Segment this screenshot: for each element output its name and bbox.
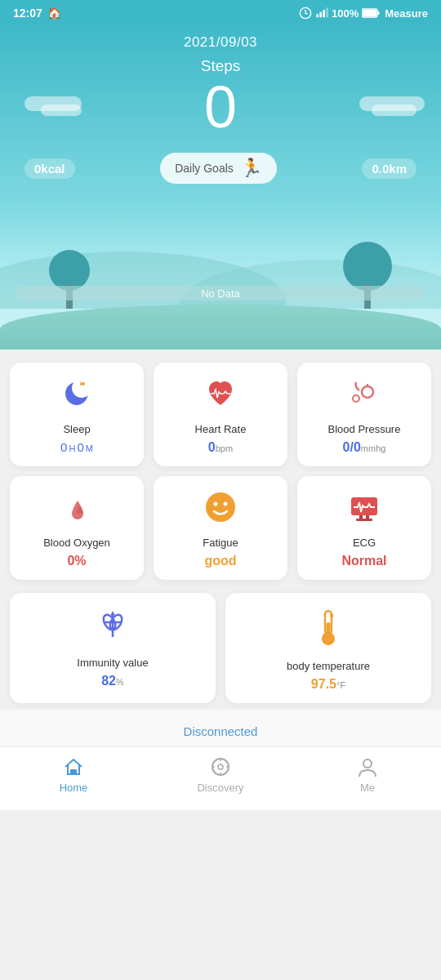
- immunity-value: 82%: [101, 674, 124, 688]
- daily-goals-button[interactable]: Daily Goals 🏃: [160, 153, 277, 184]
- blood-pressure-label: Blood Pressure: [328, 423, 401, 435]
- blood-oxygen-label: Blood Oxygen: [43, 537, 110, 549]
- status-left: 12:07 🏠: [13, 7, 61, 20]
- cloud-2: [41, 105, 82, 116]
- blood-oxygen-icon: [59, 489, 95, 530]
- blood-oxygen-value: 0%: [67, 554, 86, 568]
- svg-rect-20: [356, 519, 372, 521]
- hero-section: 2021/09/03 Steps 0 0kcal Daily Goals 🏃 0…: [0, 23, 441, 350]
- no-data-text: No Data: [201, 287, 240, 300]
- nav-discovery-label: Discovery: [197, 782, 243, 794]
- sleep-h-unit: H: [69, 443, 75, 453]
- status-bar: 12:07 🏠 100% Measure: [0, 0, 441, 23]
- svg-point-11: [362, 386, 373, 398]
- svg-rect-4: [326, 7, 328, 17]
- nav-home-label: Home: [60, 782, 88, 794]
- no-data-bar: No Data: [16, 286, 425, 301]
- blood-oxygen-card[interactable]: Blood Oxygen 0%: [10, 476, 144, 580]
- svg-point-31: [218, 764, 223, 769]
- heart-rate-icon: [203, 376, 238, 416]
- fatigue-card[interactable]: Fatigue good: [154, 476, 287, 580]
- immunity-label: Immunity value: [77, 657, 148, 669]
- heart-rate-label: Heart Rate: [195, 423, 247, 435]
- ecg-card[interactable]: ECG Normal: [297, 476, 431, 580]
- svg-point-13: [353, 395, 359, 402]
- fatigue-value: good: [204, 554, 236, 568]
- svg-rect-19: [366, 515, 369, 519]
- nav-me-label: Me: [360, 782, 375, 794]
- ecg-value: Normal: [341, 554, 386, 568]
- ecg-label: ECG: [353, 537, 376, 549]
- hero-date: 2021/09/03: [0, 23, 441, 51]
- sleep-card[interactable]: Sleep 0 H 0 M: [10, 363, 144, 466]
- nav-me[interactable]: Me: [294, 755, 441, 794]
- health-grid-row2: Immunity value 82% body temperature 97.5…: [0, 593, 441, 710]
- health-grid-row1: Sleep 0 H 0 M Heart Rate 0bpm: [0, 350, 441, 593]
- daily-goals-label: Daily Goals: [175, 162, 234, 175]
- nav-discovery[interactable]: Discovery: [147, 755, 294, 794]
- svg-rect-18: [359, 515, 363, 519]
- heart-rate-value: 0bpm: [208, 440, 233, 455]
- km-bubble: 0.0km: [362, 158, 416, 179]
- battery-icon: [362, 8, 380, 18]
- body-temp-card[interactable]: body temperature 97.5°F: [225, 593, 431, 703]
- svg-point-16: [224, 502, 228, 506]
- home-icon: [62, 755, 85, 778]
- svg-rect-6: [363, 10, 376, 16]
- heart-rate-card[interactable]: Heart Rate 0bpm: [154, 363, 287, 466]
- nav-home[interactable]: Home: [0, 755, 147, 794]
- fatigue-icon: [203, 489, 238, 530]
- status-right: 100% Measure: [299, 7, 428, 20]
- svg-point-15: [214, 502, 218, 506]
- clock-icon: [299, 7, 312, 20]
- svg-rect-7: [377, 11, 380, 15]
- kcal-bubble: 0kcal: [24, 158, 75, 179]
- blood-pressure-icon: [346, 376, 382, 416]
- me-icon: [356, 755, 379, 778]
- svg-point-14: [206, 492, 235, 522]
- sleep-h: 0: [60, 440, 67, 454]
- svg-point-36: [363, 760, 372, 768]
- sleep-value: 0 H 0 M: [60, 440, 93, 454]
- svg-rect-26: [327, 622, 331, 634]
- tree-top-right: [343, 242, 392, 291]
- alarm-icon: 🏠: [47, 7, 61, 20]
- immunity-icon: [93, 606, 132, 650]
- hero-stats: 0kcal Daily Goals 🏃 0.0km: [0, 153, 441, 184]
- sleep-m: 0: [77, 440, 83, 454]
- svg-rect-1: [316, 14, 318, 17]
- sleep-m-unit: M: [86, 443, 93, 453]
- sleep-label: Sleep: [63, 423, 90, 435]
- measure-label: Measure: [385, 7, 428, 20]
- disconnected-text: Disconnected: [184, 724, 258, 738]
- svg-rect-29: [70, 769, 77, 774]
- ground: [0, 305, 441, 350]
- ecg-icon: [346, 489, 382, 530]
- cloud-4: [372, 105, 416, 116]
- immunity-card[interactable]: Immunity value 82%: [10, 593, 216, 703]
- body-temp-value: 97.5°F: [311, 677, 345, 692]
- blood-pressure-card[interactable]: Blood Pressure 0/0mmhg: [297, 363, 431, 466]
- discovery-icon: [209, 755, 232, 778]
- blood-pressure-value: 0/0mmhg: [343, 440, 386, 455]
- svg-point-27: [322, 632, 335, 645]
- fatigue-label: Fatigue: [203, 537, 238, 549]
- sleep-icon: [59, 376, 95, 416]
- bottom-nav: Home Discovery Me: [0, 746, 441, 810]
- body-temp-icon: [309, 606, 348, 653]
- battery: 100%: [332, 7, 359, 20]
- time: 12:07: [13, 7, 42, 20]
- disconnected-bar: Disconnected: [0, 710, 441, 746]
- runner-icon: 🏃: [240, 158, 262, 179]
- hero-steps-label: Steps: [0, 57, 441, 75]
- svg-rect-2: [319, 12, 322, 18]
- signal-icon: [315, 7, 328, 20]
- body-temp-label: body temperature: [287, 660, 370, 672]
- svg-rect-3: [323, 10, 325, 17]
